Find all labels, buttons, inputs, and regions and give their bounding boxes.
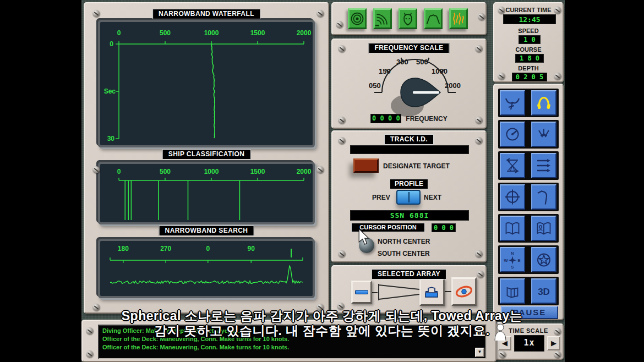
svg-text:2000: 2000 [297,168,312,175]
gauge-icon [504,125,521,143]
screw [92,166,100,173]
mode-button-demon[interactable] [399,8,417,29]
station-button-torpedo-tubes[interactable] [531,153,556,178]
station-button-recognition-manual[interactable] [531,216,556,241]
screw [475,45,482,52]
selected-array-title: SELECTED ARRAY [372,269,446,279]
station-select-panel: N W E S [493,84,564,320]
hull-array-icon [423,284,441,300]
track-id-title: TRACK I.D. [384,134,434,145]
svg-text:500: 500 [160,168,171,175]
torpedoes-icon [535,157,553,174]
station-button-periscope[interactable] [500,90,525,116]
screw [554,351,561,358]
mode-button-narrowband-active[interactable] [449,8,468,29]
demon-icon [400,10,416,27]
periscope-icon [504,94,521,112]
screw [475,137,482,144]
cursor-position-readout: 0 0 0 [432,223,456,232]
towed-array-icon [355,290,368,294]
track-id-readout [350,145,469,154]
mode-button-signal-arcs[interactable] [373,8,392,29]
narrowband-search-display[interactable]: 180270090 [100,241,313,296]
station-button-navigation[interactable] [500,184,525,210]
svg-text:30: 30 [107,135,115,142]
speed-label: SPEED [494,28,563,34]
screw [92,10,100,17]
waterfall-title: NARROWBAND WATERFALL [152,9,260,19]
search-plot: 180270090 [100,241,313,296]
depth-label: DEPTH [494,65,563,72]
towed-array-button[interactable] [351,281,372,304]
course-label: COURSE [494,46,563,53]
designate-target-button[interactable] [353,158,379,173]
svg-text:0: 0 [117,29,121,37]
svg-text:0: 0 [117,168,121,175]
station-button-sound-profile[interactable] [531,184,556,210]
search-title: NARROWBAND SEARCH [159,226,254,236]
frequency-scale-title: FREQUENCY SCALE [368,43,449,53]
screw [316,10,324,17]
frequency-readout: 0 0 0 0 [370,114,401,123]
mode-button-broadband[interactable] [424,8,443,29]
profile-title: PROFILE [390,179,428,189]
station-button-3d-view[interactable]: 3D [531,278,556,304]
selected-array-panel: SELECTED ARRAY [331,265,487,314]
broadband-icon [425,10,441,27]
log-scroll-down[interactable]: ▼ [475,348,484,357]
screw [338,250,345,257]
profile-value-readout: SSN 688I [350,210,469,221]
station-button-sonar-active[interactable] [531,90,556,116]
open-book-icon [504,220,521,237]
spherical-array-icon [454,283,474,300]
compass-rose-icon: N W E S [503,250,522,269]
knob-pointer[interactable] [413,91,439,94]
screw [86,350,93,358]
station-button-tma[interactable] [500,153,525,178]
screw [498,73,505,80]
svg-text:S: S [511,265,514,269]
burst-arrows-icon [535,125,553,143]
screw [498,7,505,14]
south-center-label: SOUTH CENTER [378,250,430,257]
station-button-logbook[interactable] [500,216,525,241]
svg-text:E: E [517,258,520,263]
speed-readout: 1 0 [519,35,541,44]
profile-prev-next-switch[interactable] [396,190,421,205]
subtitle-line-2: 감지 못하고 있습니다. 내 잠수함 앞에 있다는 뜻이 겠지요. [0,322,644,339]
svg-text:2000: 2000 [297,29,312,37]
profile-prev-label: PREV [372,194,390,201]
svg-text:W: W [504,258,508,263]
narrowband-icon [451,10,466,27]
classification-title: SHIP CLASSIFICATION [162,149,251,160]
ship-classification-display: 0500100015002000 [100,164,313,222]
screw [316,166,324,173]
svg-text:3D: 3D [538,287,550,297]
waterfall-plot: 05001000150020000Sec30 [100,22,313,145]
display-panel: NARROWBAND WATERFALL 05001000150020000Se… [84,2,329,314]
profile-next-label: NEXT [424,194,441,201]
station-button-interior-view[interactable] [500,278,525,304]
svg-text:270: 270 [160,245,171,253]
svg-text:1500: 1500 [250,29,265,37]
screw [554,7,561,14]
crossed-arrows-icon [504,157,521,174]
frequency-scale-panel: FREQUENCY SCALE 050 150 300 500 1000 200… [331,39,487,129]
mode-button-concentric-rings[interactable] [348,8,367,29]
spherical-array-button-selected[interactable] [451,277,477,306]
station-button-chart[interactable]: N W E S [500,247,525,272]
designate-target-label: DESIGNATE TARGET [383,162,450,170]
screw [475,117,482,124]
station-button-helm[interactable] [500,122,525,147]
screw [338,117,345,124]
station-button-weapons[interactable] [531,122,556,147]
curve-icon [535,188,553,206]
station-button-objectives[interactable] [531,247,556,272]
narrowband-waterfall-display[interactable]: 05001000150020000Sec30 [100,22,313,145]
hull-array-button[interactable] [419,278,445,306]
frequency-dial [332,47,488,120]
manual-book-icon [535,220,553,237]
frequency-readout-label: FREQUENCY [406,115,447,123]
depth-readout: 0 2 0 5 [512,73,547,81]
mouse-cursor [358,229,370,245]
